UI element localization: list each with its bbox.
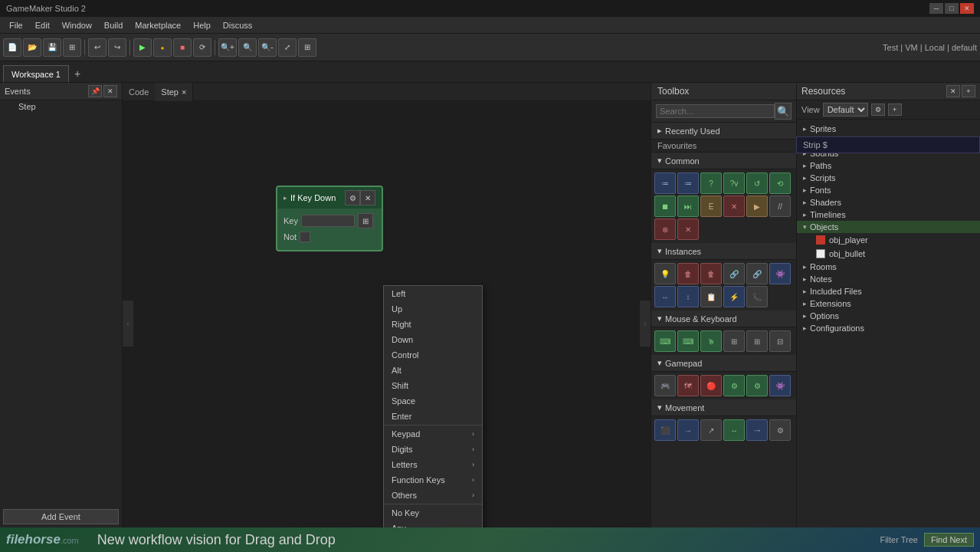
tool-mv-6[interactable]: ⚙ xyxy=(769,419,791,441)
new-btn[interactable]: 📄 xyxy=(3,38,21,57)
res-group-paths-header[interactable]: ▸ Paths xyxy=(797,159,980,172)
dd-item-shift[interactable]: Shift xyxy=(384,378,482,393)
minimize-button[interactable]: ─ xyxy=(929,3,943,14)
res-group-options-header[interactable]: ▸ Options xyxy=(797,310,980,322)
dd-item-right[interactable]: Right xyxy=(384,317,482,332)
resources-close-btn[interactable]: ✕ xyxy=(946,85,960,97)
zoom-fit-btn[interactable]: ⤢ xyxy=(278,38,297,57)
dd-item-up[interactable]: Up xyxy=(384,301,482,317)
tool-inst-6[interactable]: 👾 xyxy=(769,263,791,284)
tool-mk-5[interactable]: ⊞ xyxy=(746,330,768,352)
tool-inst-1[interactable]: 💡 xyxy=(654,263,676,284)
dd-item-any[interactable]: Any xyxy=(384,521,482,527)
code-tab-close[interactable]: × xyxy=(182,87,186,97)
resources-new-btn[interactable]: + xyxy=(888,104,902,116)
toolbox-movement-header[interactable]: ▾ Movement xyxy=(651,399,796,416)
dd-item-control[interactable]: Control xyxy=(384,347,482,363)
tool-inst-10[interactable]: ⚡ xyxy=(723,286,745,307)
dd-item-keypad[interactable]: Keypad› xyxy=(384,426,482,442)
tool-var-get[interactable]: ≔ xyxy=(677,172,699,194)
tool-break[interactable]: ⏹ xyxy=(654,196,676,217)
resources-settings-btn[interactable]: ⚙ xyxy=(871,104,885,116)
tool-x1[interactable]: ⊗ xyxy=(654,219,676,240)
tool-inst-11[interactable]: 📞 xyxy=(746,286,768,307)
code-tab-step[interactable]: Step × xyxy=(155,83,193,101)
maximize-button[interactable]: □ xyxy=(945,3,959,14)
tool-mv-5[interactable]: ⤏ xyxy=(746,419,768,441)
tool-mk-6[interactable]: ⊟ xyxy=(769,330,791,352)
zoom-out-btn[interactable]: 🔍- xyxy=(258,38,277,57)
dd-item-letters[interactable]: Letters› xyxy=(384,457,482,472)
tool-mk-1[interactable]: ⌨ xyxy=(654,330,676,352)
tool-repeat[interactable]: ↺ xyxy=(746,172,768,194)
events-panel-pin[interactable]: 📌 xyxy=(88,85,102,97)
toolbox-common-header[interactable]: ▾ Common xyxy=(651,153,796,169)
tool-exit2[interactable]: ▶ xyxy=(746,196,768,217)
tool-inst-9[interactable]: 📋 xyxy=(700,286,722,307)
dnd-nav-right[interactable]: › xyxy=(640,301,651,347)
events-panel-close[interactable]: ✕ xyxy=(103,85,117,97)
tool-mk-2[interactable]: ⌨ xyxy=(677,330,699,352)
block-close-btn[interactable]: ✕ xyxy=(360,190,375,205)
obj-player-item[interactable]: obj_player xyxy=(797,233,980,247)
menu-marketplace[interactable]: Marketplace xyxy=(129,19,187,31)
tool-mk-3[interactable]: 🖱 xyxy=(700,330,722,352)
dd-item-space[interactable]: Space xyxy=(384,393,482,409)
tool-mv-1[interactable]: ⬛ xyxy=(654,419,676,441)
toolbox-recently-used-header[interactable]: ▸ Recently Used xyxy=(651,123,796,140)
tool-else[interactable]: E xyxy=(700,196,722,217)
dd-item-alt[interactable]: Alt xyxy=(384,363,482,378)
resources-view-select[interactable]: Default xyxy=(823,103,868,117)
debug-btn[interactable]: ⬥ xyxy=(153,38,172,57)
tool-inst-8[interactable]: ↕ xyxy=(677,286,699,307)
dd-item-digits[interactable]: Digits› xyxy=(384,442,482,457)
run-btn[interactable]: ▶ xyxy=(133,38,152,57)
tool-gp-2[interactable]: 🗺 xyxy=(677,375,699,396)
menu-edit[interactable]: Edit xyxy=(29,19,56,31)
undo-btn[interactable]: ↩ xyxy=(88,38,107,57)
tool-continue[interactable]: ⏭ xyxy=(677,196,699,217)
stop-btn[interactable]: ■ xyxy=(173,38,192,57)
dd-item-others[interactable]: Others› xyxy=(384,488,482,503)
res-group-sprites-header[interactable]: ▸ Sprites xyxy=(797,123,980,135)
add-event-button[interactable]: Add Event xyxy=(3,509,119,524)
res-group-included-files-header[interactable]: ▸ Included Files xyxy=(797,285,980,297)
tool-gp-6[interactable]: 👾 xyxy=(769,375,791,396)
clean-btn[interactable]: ⟳ xyxy=(193,38,211,57)
dd-item-nokey[interactable]: No Key xyxy=(384,505,482,521)
res-group-shaders-header[interactable]: ▸ Shaders xyxy=(797,196,980,209)
tool-mv-3[interactable]: ↗ xyxy=(700,419,722,441)
tool-inst-2[interactable]: 🗑 xyxy=(677,263,699,284)
find-next-button[interactable]: Find Next xyxy=(924,533,974,547)
dd-item-down[interactable]: Down xyxy=(384,332,482,347)
tool-if[interactable]: ? xyxy=(700,172,722,194)
res-group-extensions-header[interactable]: ▸ Extensions xyxy=(797,297,980,310)
tool-var-set[interactable]: ≔ xyxy=(654,172,676,194)
res-group-fonts-header[interactable]: ▸ Fonts xyxy=(797,184,980,196)
tool-inst-7[interactable]: ↔ xyxy=(654,286,676,307)
menu-build[interactable]: Build xyxy=(98,19,129,31)
obj-bullet-item[interactable]: obj_bullet xyxy=(797,247,980,261)
key-input[interactable]: vk_space xyxy=(301,215,355,227)
close-button[interactable]: ✕ xyxy=(960,3,974,14)
dnd-nav-left[interactable]: ‹ xyxy=(123,301,133,347)
zoom-in-btn[interactable]: 🔍+ xyxy=(218,38,237,57)
toolbox-instances-header[interactable]: ▾ Instances xyxy=(651,243,796,260)
tool-x2[interactable]: ✕ xyxy=(677,219,699,240)
tool-while[interactable]: ⟲ xyxy=(769,172,791,194)
block-collapse-icon[interactable]: ▸ xyxy=(284,194,287,202)
tool-inst-4[interactable]: 🔗 xyxy=(723,263,745,284)
save-btn[interactable]: 💾 xyxy=(43,38,61,57)
tool-mv-4[interactable]: ↔ xyxy=(723,419,745,441)
grid-btn[interactable]: ⊞ xyxy=(298,38,316,57)
tool-gp-1[interactable]: 🎮 xyxy=(654,375,676,396)
menu-help[interactable]: Help xyxy=(187,19,217,31)
not-checkbox[interactable] xyxy=(300,232,310,242)
tool-inst-3[interactable]: 🗑 xyxy=(700,263,722,284)
add-workspace-button[interactable]: + xyxy=(69,65,86,82)
step-event-item[interactable]: Step xyxy=(0,100,122,113)
toolbox-search-input[interactable] xyxy=(656,104,775,118)
toolbox-search-button[interactable]: 🔍 xyxy=(775,103,792,120)
res-group-rooms-header[interactable]: ▸ Rooms xyxy=(797,261,980,273)
res-group-timelines-header[interactable]: ▸ Timelines xyxy=(797,209,980,221)
